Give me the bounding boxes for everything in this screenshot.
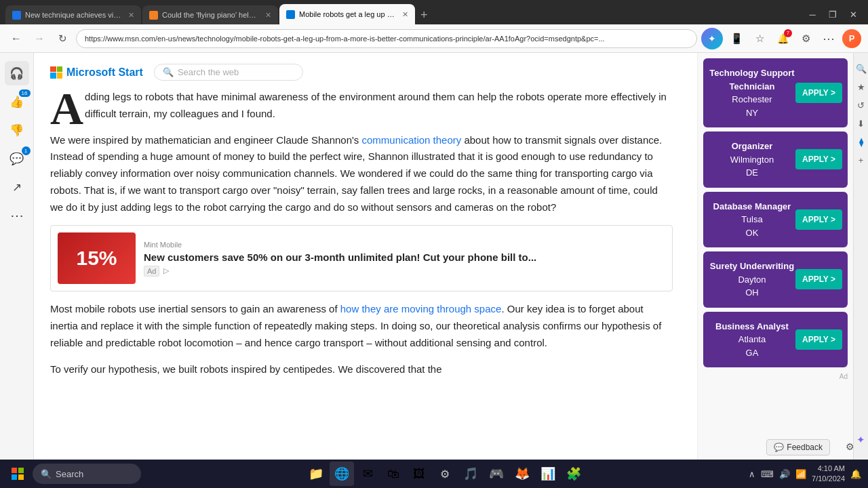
tab-favicon-2 [149, 11, 158, 20]
tab-close-3[interactable]: ✕ [402, 10, 408, 19]
copilot-button[interactable]: ✦ [701, 28, 723, 49]
start-button[interactable] [7, 463, 28, 485]
taskbar-store[interactable]: 🛍 [381, 462, 406, 486]
msn-logo[interactable]: Microsoft Start [50, 66, 143, 79]
job-state-5: GA [709, 346, 795, 360]
favorites-icon[interactable]: ☆ [750, 29, 769, 48]
tab-label-2: Could the 'flying piano' help tra... [162, 11, 258, 19]
apply-button-2[interactable]: APPLY > [795, 149, 842, 169]
tab-3-active[interactable]: Mobile robots get a leg up from... ✕ [279, 4, 415, 24]
more-actions-icon[interactable]: ⋯ [5, 203, 29, 228]
taskbar: 🔍 Search 📁 🌐 ✉ 🛍 🖼 ⚙ 🎵 🎮 🦊 [0, 460, 868, 488]
taskbar-edge[interactable]: 🌐 [330, 462, 354, 486]
job-location-2: Wilmington [709, 153, 795, 167]
chevron-up-icon[interactable]: ∧ [749, 469, 755, 479]
ad-title[interactable]: New customers save 50% on our 3-month un… [144, 251, 665, 263]
taskbar-app-10[interactable]: 📊 [536, 462, 560, 486]
apply-button-4[interactable]: APPLY > [795, 269, 842, 289]
job-state-4: OH [709, 286, 795, 300]
taskbar-app-8[interactable]: 🎮 [484, 462, 509, 486]
msn-squares [50, 66, 62, 79]
job-card-4: Surety Underwriting Dayton OH APPLY > [703, 251, 848, 308]
main-content: Microsoft Start 🔍 Search the web A dding… [34, 53, 697, 460]
notifications-icon[interactable]: 🔔 7 [773, 29, 792, 48]
app10-icon: 📊 [540, 466, 555, 481]
date-display: 7/10/2024 [812, 474, 845, 484]
taskbar-app-11[interactable]: 🧩 [561, 462, 586, 486]
back-button[interactable]: ← [7, 29, 26, 48]
taskbar-search-box[interactable]: 🔍 Search [33, 464, 141, 484]
clock-display[interactable]: 4:10 AM 7/10/2024 [812, 464, 845, 485]
profile-avatar[interactable]: P [842, 29, 861, 48]
forward-button[interactable]: → [30, 29, 49, 48]
notification-center-icon[interactable]: 🔔 [850, 469, 861, 479]
job-info-5: Business Analyst Atlanta GA [709, 320, 795, 360]
apply-button-1[interactable]: APPLY > [795, 83, 842, 103]
tab-2[interactable]: Could the 'flying piano' help tra... ✕ [142, 5, 278, 24]
taskbar-mail[interactable]: ✉ [355, 462, 380, 486]
settings-icon[interactable]: ⚙ [796, 29, 815, 48]
edge-browser-icon: 🌐 [334, 466, 349, 481]
edge-add-icon[interactable]: + [859, 155, 864, 165]
feedback-button[interactable]: 💬 Feedback [766, 439, 830, 455]
comment-icon[interactable]: 💬 1 [5, 146, 29, 171]
job-card-5: Business Analyst Atlanta GA APPLY > [703, 312, 848, 368]
edge-favorites-icon[interactable]: ★ [857, 82, 865, 92]
taskbar-file-explorer[interactable]: 📁 [304, 462, 328, 486]
ad-dismiss[interactable]: ▷ [163, 266, 169, 275]
job-card-1: Technology Support Technician Rochester … [703, 58, 848, 127]
taskbar-app-7[interactable]: 🎵 [458, 462, 483, 486]
tab-close-1[interactable]: ✕ [128, 11, 134, 20]
new-tab-button[interactable]: + [416, 5, 432, 24]
restore-button[interactable]: ❐ [823, 7, 842, 22]
more-options-button[interactable]: ⋯ [819, 29, 838, 48]
speaker-icon[interactable]: 🔊 [779, 469, 790, 479]
minimize-button[interactable]: ─ [803, 7, 822, 22]
article-para-2-text: We were inspired by mathematician and en… [50, 134, 362, 146]
app7-icon: 🎵 [463, 466, 478, 481]
job-info-3: Database Manager Tulsa OK [709, 200, 795, 240]
article-para-1: A dding legs to robots that have minimal… [50, 89, 673, 123]
listen-icon[interactable]: 🎧 [5, 61, 29, 85]
web-search-box[interactable]: 🔍 Search the web [154, 64, 303, 81]
address-input[interactable] [76, 29, 697, 48]
job-title-5: Business Analyst [709, 320, 795, 333]
search-placeholder: Search the web [178, 67, 239, 77]
apply-button-3[interactable]: APPLY > [795, 209, 842, 230]
apply-button-5[interactable]: APPLY > [795, 329, 842, 350]
job-state-3: OK [709, 226, 795, 240]
phone-icon[interactable]: 📱 [727, 29, 746, 48]
article-para-3: Most mobile robots use inertial sensors … [50, 301, 673, 351]
job-title-4: Surety Underwriting [709, 260, 795, 273]
edge-copilot-icon[interactable]: ✦ [856, 434, 865, 446]
edge-history-icon[interactable]: ↺ [857, 100, 865, 110]
thumbs-down-icon[interactable]: 👎 [5, 118, 29, 142]
edge-download-icon[interactable]: ⬇ [857, 119, 865, 129]
refresh-button[interactable]: ↻ [53, 29, 72, 48]
ad-meta: Ad ▷ [144, 266, 665, 277]
settings-gear-icon[interactable]: ⚙ [842, 439, 857, 454]
taskbar-photos[interactable]: 🖼 [407, 462, 431, 486]
article-para-1-text: dding legs to robots that have minimal a… [85, 91, 667, 119]
moving-link[interactable]: how they are moving through space [340, 303, 502, 314]
taskbar-app-9[interactable]: 🦊 [510, 462, 534, 486]
share-icon[interactable]: ↗ [5, 175, 29, 199]
close-button[interactable]: ✕ [844, 7, 863, 22]
job-state-2: DE [709, 166, 795, 180]
thumbs-up-icon[interactable]: 👍 16 [5, 89, 29, 114]
comm-theory-link[interactable]: communication theory [362, 134, 462, 146]
tab-favicon-3 [286, 10, 295, 19]
taskbar-right-area: ∧ ⌨ 🔊 📶 4:10 AM 7/10/2024 🔔 [749, 464, 861, 485]
likes-badge: 16 [19, 89, 31, 97]
taskbar-settings[interactable]: ⚙ [433, 462, 457, 486]
tab-close-2[interactable]: ✕ [265, 11, 271, 20]
job-info-2: Organizer Wilmington DE [709, 140, 795, 180]
edge-search-icon[interactable]: 🔍 [856, 64, 867, 74]
keyboard-icon[interactable]: ⌨ [761, 469, 774, 479]
tab-1[interactable]: New technique achieves visuali... ✕ [5, 5, 141, 24]
tab-favicon-1 [12, 11, 21, 20]
network-icon[interactable]: 📶 [795, 469, 806, 479]
job-card-2: Organizer Wilmington DE APPLY > [703, 131, 848, 188]
edge-extensions-icon[interactable]: ⧫ [859, 137, 863, 147]
ad-content: Mint Mobile New customers save 50% on ou… [144, 241, 665, 277]
